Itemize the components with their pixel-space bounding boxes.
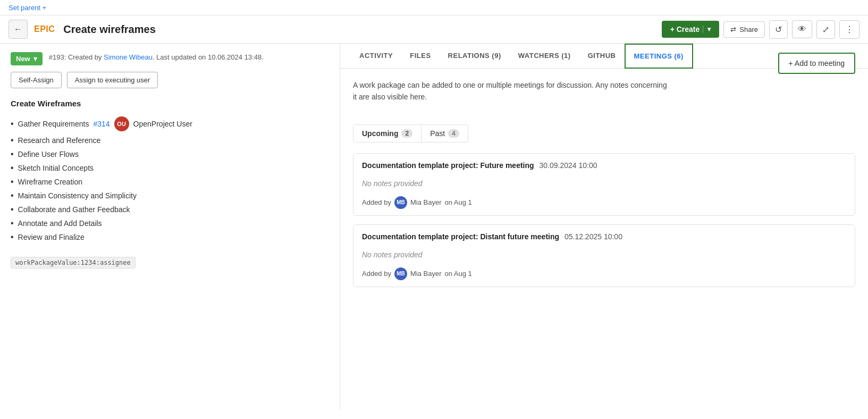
share-button[interactable]: ⇄ Share [723,21,765,38]
code-tag: workPackageValue:1234:assignee [11,257,136,269]
status-dropdown-icon: ▾ [33,55,37,63]
added-by-prefix-1: Added by [362,198,391,206]
meeting-2-date: 05.12.2025 10:00 [564,232,622,241]
list-item: Define User Flows [11,147,329,161]
watch-button[interactable]: 👁 [792,20,812,38]
list-item: Sketch Initial Concepts [11,161,329,175]
added-by-name-2: Mia Bayer [410,270,442,278]
sub-tab-past-count: 4 [448,129,459,138]
added-by-prefix-2: Added by [362,270,391,278]
tab-meetings[interactable]: MEETINGS (6) [625,44,693,69]
task-text: Define User Flows [18,150,79,158]
tab-github[interactable]: GITHUB [579,44,625,68]
page-title: Create wireframes [63,23,155,36]
added-by-name-1: Mia Bayer [410,198,442,206]
sub-tab-upcoming-count: 2 [401,129,412,138]
main-layout: New ▾ #193: Created by Simone Wibeau. La… [0,44,868,409]
meeting-1-date: 30.09.2024 10:00 [539,161,597,170]
info-and-btn-row: A work package can be added to one or mu… [353,79,855,114]
tab-activity[interactable]: ACTIVITY [351,44,401,68]
right-panel: ACTIVITY FILES RELATIONS (9) WATCHERS (1… [340,44,868,409]
meta-info: #193: Created by Simone Wibeau. Last upd… [49,52,264,63]
meeting-card-2: Documentation template project: Distant … [353,224,855,287]
tab-files[interactable]: FILES [401,44,439,68]
expand-icon: ⤢ [822,25,829,34]
section-title: Create Wireframes [11,99,329,108]
creator-link[interactable]: Simone Wibeau [104,53,153,61]
task-text: Sketch Initial Concepts [18,164,94,172]
epic-label: EPIC [34,24,55,34]
task-text: Gather Requirements [18,120,89,128]
list-item: Research and Reference [11,133,329,147]
create-button[interactable]: + Create ▾ [662,21,720,38]
top-bar: ← EPIC Create wireframes + Create ▾ ⇄ Sh… [0,15,868,44]
assign-executing-button[interactable]: Assign to executing user [67,72,158,88]
tab-watchers[interactable]: WATCHERS (1) [510,44,579,68]
info-text: A work package can be added to one or mu… [353,79,672,103]
sub-tab-past[interactable]: Past 4 [422,125,468,142]
expand-button[interactable]: ⤢ [816,20,835,39]
back-button[interactable]: ← [9,20,28,39]
eye-icon: 👁 [798,24,806,33]
list-item: Review and Finalize [11,230,329,244]
avatar-mb-1: MB [394,196,407,209]
list-item: Gather Requirements #314 OU OpenProject … [11,114,329,133]
sub-tab-past-label: Past [430,129,445,138]
task-text: Annotate and Add Details [18,219,102,228]
sub-tab-upcoming-label: Upcoming [362,129,398,138]
share-label: Share [739,26,758,33]
list-item: Annotate and Add Details [11,216,329,230]
meeting-1-notes: No notes provided [353,175,855,193]
meeting-2-notes: No notes provided [353,246,855,264]
more-options-button[interactable]: ⋮ [839,20,859,39]
task-text: Maintain Consistency and Simplicity [18,191,137,200]
status-row: New ▾ #193: Created by Simone Wibeau. La… [11,52,329,65]
avatar: OU [114,116,129,131]
set-parent-link[interactable]: Set parent + [9,4,46,12]
meeting-card-1-header: Documentation template project: Future m… [353,154,855,175]
task-text: Collaborate and Gather Feedback [18,205,130,214]
task-text: Research and Reference [18,136,101,145]
user-name: OpenProject User [133,120,192,128]
avatar-mb-2: MB [394,267,407,280]
more-icon: ⋮ [845,25,854,34]
task-text: Review and Finalize [18,233,85,241]
add-to-meeting-button[interactable]: + Add to meeting [778,53,855,74]
meeting-1-added-by: Added by MB Mia Bayer on Aug 1 [353,193,855,215]
sub-tabs-row: Upcoming 2 Past 4 [353,124,468,143]
added-by-date-2: on Aug 1 [444,270,471,278]
top-bar-actions: + Create ▾ ⇄ Share ↺ 👁 ⤢ ⋮ [662,20,859,39]
left-panel: New ▾ #193: Created by Simone Wibeau. La… [0,44,340,409]
status-badge[interactable]: New ▾ [11,52,43,65]
action-buttons: Self-Assign Assign to executing user [11,72,329,88]
self-assign-button[interactable]: Self-Assign [11,72,62,88]
right-content: A work package can be added to one or mu… [340,69,868,306]
list-item: Wireframe Creation [11,175,329,189]
meeting-1-title: Documentation template project: Future m… [362,161,534,170]
history-icon: ↺ [775,25,782,34]
meeting-card-1: Documentation template project: Future m… [353,153,855,216]
tab-relations[interactable]: RELATIONS (9) [440,44,510,68]
set-parent-bar: Set parent + [0,0,868,15]
task-link[interactable]: #314 [93,120,109,128]
sub-tab-upcoming[interactable]: Upcoming 2 [353,125,422,142]
added-by-date-1: on Aug 1 [444,198,471,206]
history-button[interactable]: ↺ [769,20,788,39]
create-dropdown-arrow: ▾ [703,26,711,33]
meeting-2-added-by: Added by MB Mia Bayer on Aug 1 [353,264,855,287]
task-text: Wireframe Creation [18,178,82,186]
create-button-label: + Create [670,25,700,33]
list-item: Collaborate and Gather Feedback [11,203,329,216]
meeting-2-title: Documentation template project: Distant … [362,232,559,241]
task-list: Gather Requirements #314 OU OpenProject … [11,114,329,244]
status-label: New [16,55,30,63]
meeting-card-2-header: Documentation template project: Distant … [353,225,855,246]
list-item: Maintain Consistency and Simplicity [11,189,329,203]
back-arrow-icon: ← [14,24,22,34]
share-icon: ⇄ [730,26,736,33]
